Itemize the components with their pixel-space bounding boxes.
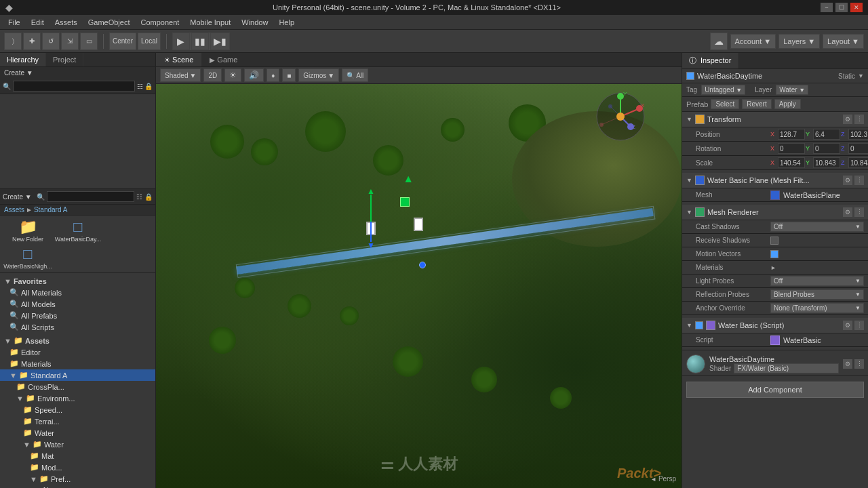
mr-settings-btn[interactable]: ⚙ [843,207,852,217]
new-folder-item[interactable]: 📁 New Folder [4,218,52,243]
proj-all-scripts[interactable]: 🔍 All Scripts [0,321,155,333]
add-component-button[interactable]: Add Component [686,382,864,398]
create-proj-button[interactable]: Create ▼ [3,193,32,201]
script-more-btn[interactable]: ⋮ [854,321,864,330]
material-settings-btn[interactable]: ⚙ [843,359,852,369]
proj-speed[interactable]: 📁 Speed... [0,404,155,415]
shaded-dropdown[interactable]: Shaded ▼ [160,68,201,82]
script-settings-btn[interactable]: ⚙ [843,321,852,330]
proj-all-prefabs[interactable]: 🔍 All Prefabs [0,310,155,321]
menu-edit[interactable]: Edit [26,17,50,28]
lights-button[interactable]: ☀ [224,68,241,82]
motion-vectors-checkbox[interactable] [770,250,778,258]
hierarchy-search-input[interactable] [13,81,135,92]
tab-game[interactable]: ▶ Game [201,53,245,66]
mesh-filter-header[interactable]: ▼ Water Basic Plane (Mesh Filt... ⚙ ⋮ [682,173,868,188]
transform-more-btn[interactable]: ⋮ [854,115,864,124]
rot-y-input[interactable] [813,143,840,154]
mf-settings-btn[interactable]: ⚙ [843,176,852,185]
apply-button[interactable]: Apply [774,99,801,109]
rect-tool[interactable]: ▭ [80,33,98,50]
menu-assets[interactable]: Assets [50,17,83,28]
hand-tool[interactable]: 〉 [4,33,22,50]
proj-mat[interactable]: 📁 Mat [0,450,155,462]
cast-shadows-dropdown[interactable]: Off ▼ [770,222,864,232]
search-all-btn[interactable]: 🔍 All [342,68,368,82]
step-button[interactable]: ▶▮ [210,33,230,50]
reflection-probes-dropdown[interactable]: Blend Probes ▼ [770,289,864,300]
pos-x-input[interactable] [778,129,805,140]
materials-row[interactable]: Materials ► [682,261,868,274]
tab-scene[interactable]: ☀ Scene [156,53,201,66]
light-probes-dropdown[interactable]: Off ▼ [770,276,864,286]
proj-environment[interactable]: ▼ 📁 Environm... [0,392,155,404]
menu-window[interactable]: Window [236,17,273,28]
layer-dropdown[interactable]: Water ▼ [776,85,808,95]
menu-gameobject[interactable]: GameObject [83,17,136,28]
proj-editor[interactable]: 📁 Editor [0,346,155,358]
menu-help[interactable]: Help [273,17,300,28]
center-button[interactable]: Center [109,33,136,50]
fx-button[interactable]: ♦ [267,68,279,82]
tab-hierarchy[interactable]: Hierarchy [0,53,46,66]
create-button[interactable]: Create ▼ [4,69,33,77]
viewport-canvas[interactable]: ▲ [156,84,682,488]
scale-tool[interactable]: ⇲ [61,33,79,50]
pos-z-input[interactable] [848,129,868,140]
play-button[interactable]: ▶ [172,33,190,50]
material-more-btn[interactable]: ⋮ [854,359,864,369]
breadcrumb-standard[interactable]: Standard A [34,206,67,214]
scale-z-input[interactable] [848,157,868,168]
shader-dropdown[interactable]: FX/Water (Basic) [734,363,839,373]
move-tool[interactable]: ✚ [23,33,41,50]
proj-pref[interactable]: ▼ 📁 Pref... [0,473,155,485]
mf-more-btn[interactable]: ⋮ [854,176,864,185]
rot-z-input[interactable] [848,143,868,154]
tab-project[interactable]: Project [46,53,83,66]
menu-component[interactable]: Component [135,17,184,28]
mesh-renderer-header[interactable]: ▼ Mesh Renderer ⚙ ⋮ [682,205,868,220]
proj-terrain[interactable]: 📁 Terrai... [0,415,155,427]
maximize-button[interactable]: ☐ [835,3,848,12]
proj-all-materials[interactable]: 🔍 All Materials [0,287,155,298]
layout-dropdown[interactable]: Layout ▼ [823,34,864,49]
project-search-input[interactable] [47,191,134,202]
proj-crossplane[interactable]: 📁 CrossPla... [0,381,155,392]
menu-mobile-input[interactable]: Mobile Input [184,17,236,28]
select-button[interactable]: Select [711,99,739,109]
revert-button[interactable]: Revert [742,99,771,109]
gizmos-dropdown[interactable]: Gizmos ▼ [298,68,339,82]
cloud-button[interactable]: ☁ [710,33,728,50]
pos-y-input[interactable] [813,129,840,140]
2d-button[interactable]: 2D [203,68,222,82]
proj-all-models[interactable]: 🔍 All Models [0,298,155,310]
mr-more-btn[interactable]: ⋮ [854,207,864,217]
tab-inspector[interactable]: ⓘ Inspector [682,53,738,68]
scene-mode-btn[interactable]: ■ [282,68,296,82]
minimize-button[interactable]: − [821,3,833,12]
window-controls[interactable]: − ☐ ✕ [821,3,863,12]
pause-button[interactable]: ▮▮ [191,33,209,50]
account-dropdown[interactable]: Account ▼ [730,34,776,49]
transform-header[interactable]: ▼ Transform ⚙ ⋮ [682,112,868,127]
transform-settings-btn[interactable]: ⚙ [843,115,852,124]
rot-x-input[interactable] [778,143,805,154]
file-water-night[interactable]: □ WaterBasicNigh... [4,245,52,270]
scale-x-input[interactable] [778,157,805,168]
menu-file[interactable]: File [3,17,26,28]
proj-mod[interactable]: 📁 Mod... [0,462,155,473]
proj-water-2[interactable]: ▼ 📁 Water [0,439,155,450]
breadcrumb-assets[interactable]: Assets [4,206,24,214]
file-water-day[interactable]: □ WaterBasicDay... [54,218,102,243]
anchor-override-dropdown[interactable]: None (Transform) ▼ [770,303,864,313]
rotate-tool[interactable]: ↺ [42,33,60,50]
tag-dropdown[interactable]: Untagged ▼ [701,85,745,95]
script-active-checkbox[interactable] [695,321,703,329]
object-active-checkbox[interactable] [686,72,694,80]
proj-materials[interactable]: 📁 Materials [0,358,155,369]
layers-dropdown[interactable]: Layers ▼ [778,34,820,49]
audio-button[interactable]: 🔊 [244,68,264,82]
local-button[interactable]: Local [138,33,161,50]
scale-y-input[interactable] [813,157,840,168]
proj-standard-a[interactable]: ▼ 📁 Standard A [0,369,155,381]
